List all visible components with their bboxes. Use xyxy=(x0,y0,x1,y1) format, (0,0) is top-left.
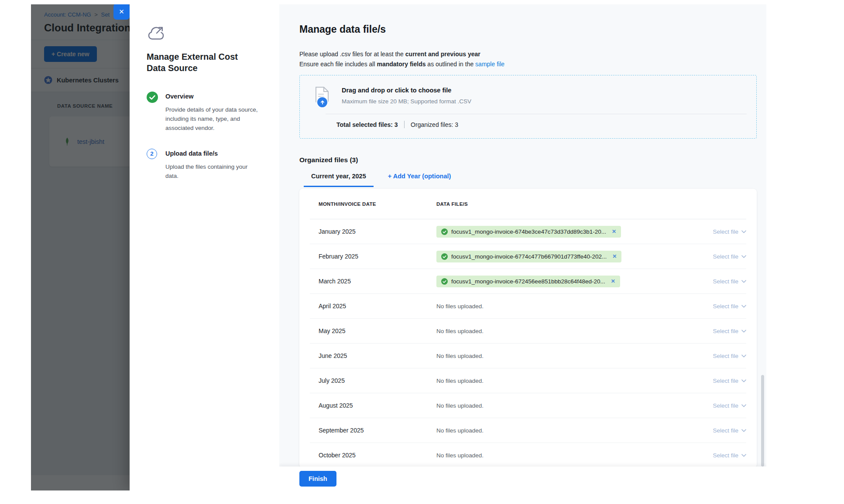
wizard-title: Manage External Cost Data Source xyxy=(147,51,254,74)
select-file-dropdown[interactable]: Select file xyxy=(681,427,746,434)
remove-file-icon[interactable]: ✕ xyxy=(612,253,617,259)
step-upload-label: Upload data file/s xyxy=(165,149,259,157)
file-cell: focusv1_mongo-invoice-672456ee851bbb28c6… xyxy=(436,276,681,287)
tab-current-year[interactable]: Current year, 2025 xyxy=(304,173,374,187)
chevron-down-icon xyxy=(741,230,746,233)
step-upload-data-files[interactable]: 2 Upload data file/s Upload the files co… xyxy=(147,149,262,181)
app-window: Account: CCM-NG > Set Cloud Integration … xyxy=(31,4,766,490)
step-overview-label: Overview xyxy=(165,92,259,100)
file-cell: No files uploaded. xyxy=(436,402,681,409)
remove-file-icon[interactable]: ✕ xyxy=(611,278,615,284)
file-stats: Total selected files: 3 Organized files:… xyxy=(336,121,458,128)
select-file-dropdown[interactable]: Select file xyxy=(681,402,746,409)
sample-file-link[interactable]: sample file xyxy=(475,61,504,68)
manage-data-source-drawer: ✕ Manage External Cost Data Source xyxy=(130,4,766,490)
step-number-icon: 2 xyxy=(147,149,157,159)
check-circle-icon xyxy=(441,278,448,285)
select-file-label: Select file xyxy=(713,328,738,334)
chevron-down-icon xyxy=(741,454,746,457)
table-row: July 2025 No files uploaded. Select file xyxy=(310,368,746,393)
file-cell: focusv1_mongo-invoice-674be3ce47c73d37dd… xyxy=(436,226,681,238)
remove-file-icon[interactable]: ✕ xyxy=(612,228,616,235)
step-overview[interactable]: Overview Provide details of your data so… xyxy=(147,92,262,133)
table-row: August 2025 No files uploaded. Select fi… xyxy=(310,393,746,418)
no-files-text: No files uploaded. xyxy=(436,353,484,359)
select-file-dropdown[interactable]: Select file xyxy=(681,353,746,359)
select-file-dropdown[interactable]: Select file xyxy=(681,328,746,334)
month-label: June 2025 xyxy=(310,352,436,359)
select-file-dropdown[interactable]: Select file xyxy=(681,278,746,285)
file-cell: No files uploaded. xyxy=(436,327,681,335)
month-label: August 2025 xyxy=(310,402,436,409)
organized-files-count: Organized files: 3 xyxy=(411,121,458,128)
select-file-dropdown[interactable]: Select file xyxy=(681,378,746,384)
step-overview-description: Provide details of your data source, inc… xyxy=(165,105,259,133)
table-header-row: MONTH/INVOICE DATE DATA FILE/S xyxy=(310,189,746,219)
cloud-external-icon xyxy=(147,24,262,43)
table-row: February 2025 focusv1_mongo-invoice-6774… xyxy=(310,244,746,269)
chevron-down-icon xyxy=(741,255,746,258)
select-file-label: Select file xyxy=(713,452,738,459)
no-files-text: No files uploaded. xyxy=(436,427,484,434)
stats-divider xyxy=(404,121,405,128)
select-file-dropdown[interactable]: Select file xyxy=(681,228,746,235)
table-row: June 2025 No files uploaded. Select file xyxy=(310,344,746,368)
select-file-dropdown[interactable]: Select file xyxy=(681,253,746,260)
file-cell: focusv1_mongo-invoice-6774c477b667901d77… xyxy=(436,251,681,262)
no-files-text: No files uploaded. xyxy=(436,328,484,334)
no-files-text: No files uploaded. xyxy=(436,452,484,459)
total-selected-files: Total selected files: 3 xyxy=(336,121,398,128)
month-label: April 2025 xyxy=(310,303,436,310)
step-upload-description: Upload the files containing your data. xyxy=(165,162,259,181)
table-row: March 2025 focusv1_mongo-invoice-672456e… xyxy=(310,269,746,294)
chevron-down-icon xyxy=(741,305,746,308)
add-year-button[interactable]: + Add Year (optional) xyxy=(381,173,459,187)
file-cell: No files uploaded. xyxy=(436,352,681,360)
finish-button[interactable]: Finish xyxy=(299,471,336,487)
no-files-text: No files uploaded. xyxy=(436,402,484,409)
uploaded-file-chip: focusv1_mongo-invoice-674be3ce47c73d37dd… xyxy=(436,226,621,238)
select-file-label: Select file xyxy=(713,253,738,260)
close-button[interactable]: ✕ xyxy=(113,4,130,20)
file-cell: No files uploaded. xyxy=(436,377,681,385)
dropzone-divider xyxy=(326,114,747,114)
month-label: February 2025 xyxy=(310,253,436,260)
table-row: September 2025 No files uploaded. Select… xyxy=(310,418,746,443)
select-file-label: Select file xyxy=(713,427,738,434)
check-circle-icon xyxy=(441,228,448,235)
dropzone-subtitle: Maximum file size 20 MB; Supported forma… xyxy=(342,98,471,105)
select-file-label: Select file xyxy=(713,402,738,409)
file-cell: No files uploaded. xyxy=(436,302,681,310)
drawer-footer: Finish xyxy=(279,467,766,490)
upload-main-panel: Manage data file/s Please upload .csv fi… xyxy=(279,4,766,490)
file-dropzone[interactable]: Drag and drop or click to choose file Ma… xyxy=(299,75,757,139)
file-name: focusv1_mongo-invoice-6774c477b667901d77… xyxy=(451,253,607,260)
wizard-panel: Manage External Cost Data Source Overvie… xyxy=(130,4,279,490)
table-row: April 2025 No files uploaded. Select fil… xyxy=(310,294,746,319)
dropzone-title: Drag and drop or click to choose file xyxy=(342,86,471,94)
no-files-text: No files uploaded. xyxy=(436,378,484,384)
wizard-steps: Overview Provide details of your data so… xyxy=(147,92,262,181)
chevron-down-icon xyxy=(741,330,746,333)
select-file-dropdown[interactable]: Select file xyxy=(681,452,746,459)
scrollbar-thumb[interactable] xyxy=(761,375,764,467)
select-file-dropdown[interactable]: Select file xyxy=(681,303,746,310)
file-cell: No files uploaded. xyxy=(436,426,681,434)
instruction-line-1: Please upload .csv files for at least th… xyxy=(299,49,757,59)
check-circle-icon xyxy=(441,253,448,260)
file-cell: No files uploaded. xyxy=(436,451,681,459)
uploaded-file-chip: focusv1_mongo-invoice-672456ee851bbb28c6… xyxy=(436,276,620,287)
year-tabs: Current year, 2025 + Add Year (optional) xyxy=(299,173,757,187)
file-name: focusv1_mongo-invoice-672456ee851bbb28c6… xyxy=(451,278,605,285)
no-files-text: No files uploaded. xyxy=(436,303,484,310)
step-completed-icon xyxy=(147,92,158,103)
month-label: September 2025 xyxy=(310,427,436,434)
instruction-line-2: Ensure each file includes all mandatory … xyxy=(299,59,757,69)
uploaded-file-chip: focusv1_mongo-invoice-6774c477b667901d77… xyxy=(436,251,621,262)
chevron-down-icon xyxy=(741,404,746,407)
select-file-label: Select file xyxy=(713,278,738,285)
month-label: May 2025 xyxy=(310,327,436,334)
select-file-label: Select file xyxy=(713,353,738,359)
table-row: October 2025 No files uploaded. Select f… xyxy=(310,443,746,468)
chevron-down-icon xyxy=(741,429,746,432)
